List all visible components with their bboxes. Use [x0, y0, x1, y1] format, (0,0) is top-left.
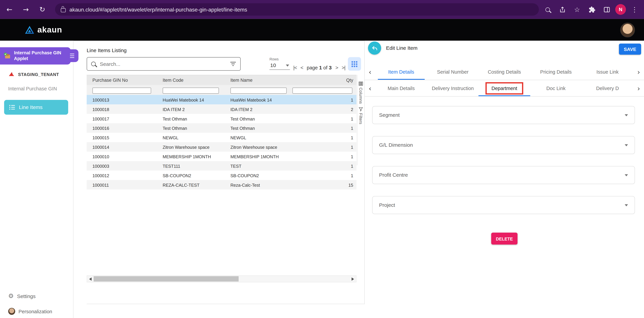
applet-banner[interactable]: Internal Purchase GIN Applet — [0, 47, 71, 65]
tabs2-scroll-right-icon[interactable]: › — [633, 80, 644, 96]
filter-list-icon[interactable] — [230, 61, 236, 67]
column-header-qty[interactable]: Qty — [292, 78, 356, 83]
browser-window: ← → ↻ akaun.cloud/#/applet/tnt/wavelet/e… — [0, 0, 644, 318]
sidebar-collapse-button[interactable]: ☰ — [66, 49, 78, 62]
gl-dimension-select[interactable]: G/L Dimension — [372, 136, 635, 154]
tab-pricing-details[interactable]: Pricing Details — [530, 64, 582, 80]
tabs-row-1: ‹ Item Details Serial Number Costing Det… — [365, 64, 644, 80]
project-select[interactable]: Project — [372, 196, 635, 214]
next-page-button[interactable]: > — [335, 65, 338, 71]
cell-gin: 1000012 — [86, 173, 157, 178]
address-bar[interactable]: akaun.cloud/#/applet/tnt/wavelet/erp/int… — [55, 3, 539, 16]
search-icon — [91, 62, 96, 66]
table-row[interactable]: 1000010 MEMBERSHIP 1MONTH MEMBERSHIP 1MO… — [86, 152, 356, 161]
module-name: Internal Purchase GIN — [8, 86, 57, 92]
tabs1-scroll-left-icon[interactable]: ‹ — [365, 64, 376, 80]
cell-qty: 1 — [292, 97, 356, 102]
filters-side-tab[interactable]: Filters — [358, 107, 363, 125]
browser-search-icon[interactable] — [541, 3, 554, 16]
tab-issue-link[interactable]: Issue Link — [582, 64, 633, 80]
listing-title: Line Items Listing — [86, 48, 126, 54]
cell-code: Test Othman — [157, 126, 225, 131]
tab-doc-link[interactable]: Doc Link — [530, 80, 582, 96]
search-input[interactable] — [99, 61, 226, 67]
table-row[interactable]: 1000012 SB-COUPON2 SB-COUPON2 1 — [86, 171, 356, 180]
scroll-right-arrow[interactable] — [350, 276, 356, 282]
cell-name: Test Othman — [224, 126, 292, 131]
tab-delivery-details[interactable]: Delivery D — [582, 80, 633, 96]
filter-input-purchase-gin-no[interactable] — [92, 88, 151, 94]
akaun-logo[interactable]: akaun — [25, 25, 62, 35]
personalization-label: Personalization — [18, 308, 52, 314]
browser-forward-button[interactable]: → — [19, 3, 33, 17]
tab-delivery-instruction[interactable]: Delivery Instruction — [427, 80, 478, 96]
tenant-name: STAGING_TENANT — [18, 72, 59, 77]
tab-item-details[interactable]: Item Details — [376, 64, 427, 80]
list-icon — [9, 104, 15, 110]
tab-serial-number[interactable]: Serial Number — [427, 64, 478, 80]
table-row[interactable]: 1000014 Zitron Warehouse space Zitron Wa… — [86, 142, 356, 152]
scrollbar-track[interactable] — [94, 276, 350, 282]
browser-profile-avatar[interactable]: N — [615, 4, 626, 15]
sidebar-toggle-icon[interactable] — [600, 3, 613, 16]
tab-department[interactable]: Department — [478, 80, 530, 96]
scrollbar-thumb[interactable] — [94, 276, 238, 282]
column-header-purchase-gin-no[interactable]: Purchase GIN No — [86, 78, 157, 83]
akaun-logo-icon — [25, 25, 34, 34]
segment-select[interactable]: Segment — [372, 106, 635, 124]
user-avatar[interactable] — [620, 22, 635, 37]
cell-name: Test Othman — [224, 116, 292, 121]
page-indicator: page 1 of 3 — [307, 65, 332, 71]
save-button[interactable]: SAVE — [619, 44, 641, 55]
table-row[interactable]: 1000003 TEST111 TEST 1 — [86, 161, 356, 171]
delete-button[interactable]: DELETE — [491, 233, 518, 244]
columns-side-tab[interactable]: Columns — [358, 81, 363, 104]
cell-gin: 1000011 — [86, 182, 157, 187]
sidebar-item-personalization[interactable]: Personalization — [8, 308, 52, 315]
first-page-button[interactable]: |< — [293, 65, 297, 71]
cell-gin: 1000015 — [86, 135, 157, 140]
tenant-selector[interactable]: STAGING_TENANT — [8, 71, 59, 78]
browser-reload-button[interactable]: ↻ — [35, 3, 50, 17]
gear-icon: ⚙ — [8, 293, 14, 299]
extensions-puzzle-icon[interactable] — [586, 3, 598, 16]
tab-costing-details[interactable]: Costing Details — [478, 64, 530, 80]
table-row[interactable]: 1000016 Test Othman Test Othman 1 — [86, 123, 356, 133]
profit-centre-select[interactable]: Profit Centre — [372, 166, 635, 184]
table-row[interactable]: 1000013 HuaWei Matebook 14 HuaWei Matebo… — [86, 95, 356, 104]
prev-page-button[interactable]: < — [300, 65, 303, 71]
horizontal-scrollbar[interactable] — [86, 275, 356, 282]
table-header-row: Purchase GIN No Item Code Item Name Qty — [86, 75, 356, 85]
table-row[interactable]: 1000018 IDA ITEM 2 IDA ITEM 2 2 — [86, 104, 356, 114]
tabs1-scroll-right-icon[interactable]: › — [633, 64, 644, 80]
grid-view-button[interactable] — [348, 57, 361, 71]
last-page-button[interactable]: >| — [342, 65, 345, 71]
filter-input-item-code[interactable] — [163, 88, 219, 94]
applet-box-icon — [3, 52, 11, 60]
cell-code: REZA-CALC-TEST — [157, 182, 225, 187]
browser-menu-icon[interactable]: ⋮ — [628, 3, 641, 16]
sidebar-item-line-items[interactable]: Line Items — [4, 100, 68, 115]
table-row[interactable]: 1000015 NEWGL NEWGL 1 — [86, 133, 356, 142]
cell-qty: 2 — [292, 107, 356, 112]
sidebar-item-settings[interactable]: ⚙ Settings — [8, 293, 36, 299]
tenant-icon — [8, 71, 15, 78]
filter-input-item-name[interactable] — [230, 88, 287, 94]
search-box — [86, 57, 241, 71]
share-icon[interactable] — [556, 3, 568, 16]
cell-name: SB-COUPON2 — [224, 173, 292, 178]
tabs2-scroll-left-icon[interactable]: ‹ — [365, 80, 376, 96]
table-row[interactable]: 1000017 Test Othman Test Othman 1 — [86, 114, 356, 123]
back-button[interactable] — [368, 42, 381, 55]
rows-per-page-select[interactable]: Rows 10 — [270, 57, 290, 70]
scroll-left-arrow[interactable] — [87, 276, 94, 282]
filter-input-qty[interactable] — [292, 88, 352, 94]
bookmark-star-icon[interactable]: ☆ — [571, 3, 583, 16]
column-header-item-code[interactable]: Item Code — [157, 78, 225, 83]
personalization-avatar-icon — [8, 308, 15, 315]
tab-main-details[interactable]: Main Details — [376, 80, 427, 96]
table-row[interactable]: 1000011 REZA-CALC-TEST Reza-Calc-Test 15 — [86, 180, 356, 190]
browser-back-button[interactable]: ← — [2, 3, 16, 17]
column-header-item-name[interactable]: Item Name — [224, 78, 292, 83]
cell-gin: 1000017 — [86, 116, 157, 121]
